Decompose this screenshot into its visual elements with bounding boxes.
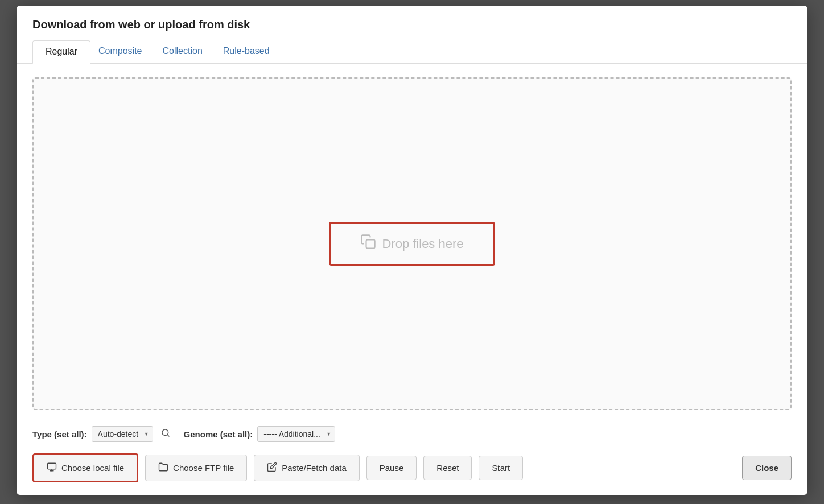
tab-bar: Regular Composite Collection Rule-based (17, 40, 807, 64)
reset-button[interactable]: Reset (423, 456, 472, 480)
start-button[interactable]: Start (479, 456, 523, 480)
svg-line-2 (167, 435, 169, 436)
svg-rect-0 (366, 240, 375, 249)
tab-composite[interactable]: Composite (98, 40, 154, 63)
action-buttons-row: Choose local file Choose FTP file P (17, 447, 807, 495)
pause-button[interactable]: Pause (366, 456, 417, 480)
tab-collection[interactable]: Collection (163, 40, 215, 63)
type-genome-row: Type (set all): Auto-detect Genome (set … (17, 418, 807, 447)
genome-select-wrapper: ----- Additional... (257, 426, 335, 442)
paste-fetch-button[interactable]: Paste/Fetch data (254, 455, 359, 481)
ftp-icon (158, 462, 168, 474)
type-select[interactable]: Auto-detect (92, 426, 153, 442)
drop-files-label: Drop files here (382, 237, 463, 251)
svg-rect-3 (48, 463, 56, 469)
type-select-wrapper: Auto-detect (92, 426, 153, 442)
upload-modal: Download from web or upload from disk Re… (17, 6, 807, 495)
choose-ftp-label: Choose FTP file (173, 463, 234, 473)
paste-fetch-label: Paste/Fetch data (282, 463, 346, 473)
reset-label: Reset (436, 463, 459, 473)
paste-icon (267, 462, 277, 474)
modal-overlay: Download from web or upload from disk Re… (0, 0, 824, 504)
start-label: Start (492, 463, 510, 473)
close-label: Close (755, 463, 778, 473)
drop-zone[interactable]: Drop files here (32, 77, 792, 410)
genome-select[interactable]: ----- Additional... (257, 426, 335, 442)
drop-files-button[interactable]: Drop files here (329, 222, 495, 266)
upload-icon (360, 234, 376, 254)
genome-label: Genome (set all): (184, 429, 253, 439)
modal-title: Download from web or upload from disk (17, 6, 807, 40)
drop-zone-area: Drop files here (17, 64, 807, 418)
laptop-icon (47, 462, 57, 474)
choose-local-file-button[interactable]: Choose local file (32, 453, 138, 482)
type-search-button[interactable] (158, 427, 174, 441)
choose-local-file-label: Choose local file (61, 463, 124, 473)
tab-rule-based[interactable]: Rule-based (223, 40, 282, 63)
pause-label: Pause (380, 463, 404, 473)
type-label: Type (set all): (32, 429, 87, 439)
close-button[interactable]: Close (742, 456, 792, 480)
tab-regular[interactable]: Regular (32, 40, 90, 64)
choose-ftp-button[interactable]: Choose FTP file (145, 455, 247, 481)
